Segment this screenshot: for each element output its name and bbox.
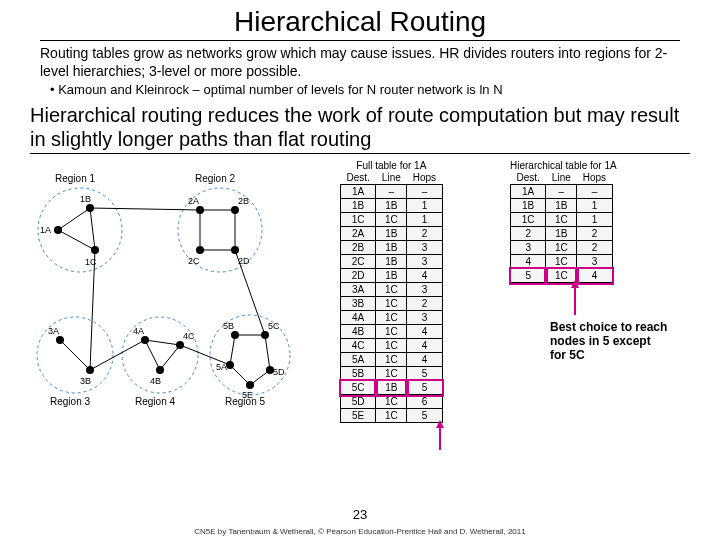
table-row: 5A1C4: [341, 353, 443, 367]
svg-text:1C: 1C: [85, 257, 97, 267]
svg-text:5C: 5C: [268, 321, 280, 331]
table-row: 1A––: [341, 185, 443, 199]
table-row: 2B1B3: [341, 241, 443, 255]
svg-line-38: [145, 340, 180, 345]
table-row: 51C4: [511, 269, 613, 283]
table-row: 2D1B4: [341, 269, 443, 283]
svg-line-7: [58, 208, 90, 230]
col-dest: Dest.: [341, 171, 376, 185]
svg-line-55: [265, 335, 270, 370]
svg-text:4C: 4C: [183, 331, 195, 341]
svg-text:4A: 4A: [133, 326, 144, 336]
table-row: 4C1C4: [341, 339, 443, 353]
annotation-text: Best choice to reach nodes in 5 except f…: [550, 320, 670, 362]
table-row: 5E1C5: [341, 409, 443, 423]
table-row: 3B1C2: [341, 297, 443, 311]
bullet-text: Kamoun and Kleinrock – optimal number of…: [58, 82, 502, 97]
svg-line-9: [90, 208, 95, 250]
table-row: 1C1C1: [511, 213, 613, 227]
svg-line-8: [58, 230, 95, 250]
svg-text:2B: 2B: [238, 196, 249, 206]
table-row: 1B1B1: [341, 199, 443, 213]
footer-credit: CN5E by Tanenbaum & Wetherall, © Pearson…: [0, 527, 720, 536]
slide-title: Hierarchical Routing: [40, 6, 680, 41]
table-row: 5D1C6: [341, 395, 443, 409]
table-row: 3A1C3: [341, 283, 443, 297]
table-row: 41C3: [511, 255, 613, 269]
col-hops2: Hops: [577, 171, 612, 185]
bullet-kamoun: • Kamoun and Kleinrock – optimal number …: [50, 82, 680, 97]
table-row: 5C1B5: [341, 381, 443, 395]
region2-label: Region 2: [195, 173, 235, 184]
svg-line-59: [235, 250, 265, 335]
svg-line-29: [60, 340, 90, 370]
col-line: Line: [376, 171, 407, 185]
svg-text:3A: 3A: [48, 326, 59, 336]
svg-line-54: [250, 370, 270, 385]
svg-text:4B: 4B: [150, 376, 161, 386]
table-row: 4B1C4: [341, 325, 443, 339]
full-routing-table: Dest.LineHops 1A––1B1B11C1C12A1B22B1B32C…: [340, 171, 443, 423]
svg-text:3B: 3B: [80, 376, 91, 386]
svg-line-56: [90, 250, 95, 370]
region3-label: Region 3: [50, 396, 90, 407]
table-row: 2A1B2: [341, 227, 443, 241]
hier-routing-table: Dest.LineHops 1A––1B1B11C1C121B231C241C3…: [510, 171, 613, 283]
table-row: 2C1B3: [341, 255, 443, 269]
subheading-text: Hierarchical routing reduces the work of…: [30, 103, 690, 154]
svg-line-23: [90, 208, 200, 210]
hier-table-title: Hierarchical table for 1A: [510, 160, 617, 171]
table-row: 1C1C1: [341, 213, 443, 227]
table-row: 5B1C5: [341, 367, 443, 381]
svg-line-52: [230, 335, 235, 365]
svg-line-39: [160, 345, 180, 370]
svg-line-58: [180, 345, 230, 365]
table-row: 21B2: [511, 227, 613, 241]
table-row: 4A1C3: [341, 311, 443, 325]
region4-label: Region 4: [135, 396, 175, 407]
svg-text:5E: 5E: [242, 390, 253, 400]
col-line2: Line: [546, 171, 577, 185]
svg-text:2C: 2C: [188, 256, 200, 266]
table-row: 1A––: [511, 185, 613, 199]
svg-line-57: [90, 340, 145, 370]
svg-line-53: [230, 365, 250, 385]
col-dest2: Dest.: [511, 171, 546, 185]
svg-text:5D: 5D: [273, 367, 285, 377]
intro-text: Routing tables grow as networks grow whi…: [40, 45, 680, 80]
svg-text:5B: 5B: [223, 321, 234, 331]
figure-container: Region 1 1B 1A 1C Region 2 2A 2B 2C 2D R…: [20, 160, 700, 480]
svg-line-37: [145, 340, 160, 370]
col-hops: Hops: [407, 171, 442, 185]
full-table-title: Full table for 1A: [340, 160, 443, 171]
svg-text:2A: 2A: [188, 196, 199, 206]
network-diagram: Region 1 1B 1A 1C Region 2 2A 2B 2C 2D R…: [20, 170, 320, 470]
page-number: 23: [0, 507, 720, 522]
svg-text:1A: 1A: [40, 225, 51, 235]
table-row: 31C2: [511, 241, 613, 255]
table-row: 1B1B1: [511, 199, 613, 213]
svg-text:1B: 1B: [80, 194, 91, 204]
region1-label: Region 1: [55, 173, 95, 184]
